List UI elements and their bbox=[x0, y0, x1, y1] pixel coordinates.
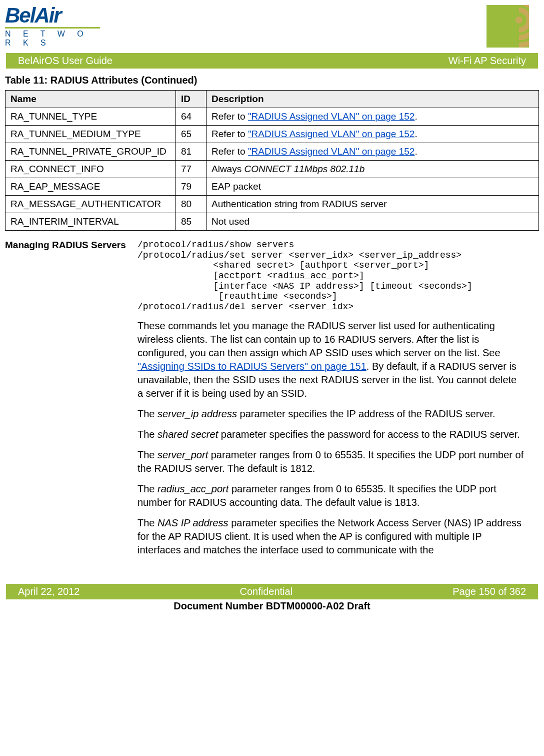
col-header-id: ID bbox=[176, 91, 206, 108]
col-header-name: Name bbox=[6, 91, 176, 108]
footer-page: Page 150 of 362 bbox=[452, 586, 526, 597]
paragraph: The server_ip address parameter specifie… bbox=[138, 407, 524, 421]
page-header: BelAir N E T W O R K S bbox=[0, 0, 544, 50]
table-row: RA_TUNNEL_PRIVATE_GROUP_ID 81 Refer to "… bbox=[6, 143, 539, 161]
corner-wifi-icon bbox=[486, 5, 529, 48]
xref-link[interactable]: "RADIUS Assigned VLAN" on page 152 bbox=[248, 146, 415, 157]
command-syntax: /protocol/radius/show servers /protocol/… bbox=[138, 240, 524, 312]
belair-logo: BelAir N E T W O R K S bbox=[5, 5, 100, 50]
logo-rule bbox=[5, 27, 100, 29]
xref-link[interactable]: "Assigning SSIDs to RADIUS Servers" on p… bbox=[138, 361, 366, 372]
title-ribbon: BelAirOS User Guide Wi-Fi AP Security bbox=[6, 53, 538, 69]
paragraph: The server_port parameter ranges from 0 … bbox=[138, 448, 524, 475]
attr-id: 80 bbox=[176, 196, 206, 213]
attr-desc: Refer to "RADIUS Assigned VLAN" on page … bbox=[206, 108, 539, 126]
attr-desc: Authentication string from RADIUS server bbox=[206, 196, 539, 213]
logo-bottom-text: N E T W O R K S bbox=[5, 30, 100, 48]
attr-id: 85 bbox=[176, 213, 206, 231]
paragraph: The NAS IP address parameter specifies t… bbox=[138, 516, 524, 557]
paragraph: The radius_acc_port parameter ranges fro… bbox=[138, 482, 524, 509]
footer-confidential: Confidential bbox=[240, 586, 293, 597]
radius-attributes-table: Name ID Description RA_TUNNEL_TYPE 64 Re… bbox=[5, 90, 539, 231]
paragraph: The shared secret parameter specifies th… bbox=[138, 428, 524, 441]
attr-name: RA_TUNNEL_TYPE bbox=[6, 108, 176, 126]
attr-desc: Refer to "RADIUS Assigned VLAN" on page … bbox=[206, 126, 539, 143]
guide-title: BelAirOS User Guide bbox=[18, 55, 112, 67]
table-row: RA_EAP_MESSAGE 79 EAP packet bbox=[6, 178, 539, 196]
attr-id: 65 bbox=[176, 126, 206, 143]
attr-id: 77 bbox=[176, 161, 206, 178]
attr-desc: Always CONNECT 11Mbps 802.11b bbox=[206, 161, 539, 178]
col-header-desc: Description bbox=[206, 91, 539, 108]
table-row: RA_INTERIM_INTERVAL 85 Not used bbox=[6, 213, 539, 231]
attr-id: 64 bbox=[176, 108, 206, 126]
table-header-row: Name ID Description bbox=[6, 91, 539, 108]
attr-name: RA_EAP_MESSAGE bbox=[6, 178, 176, 196]
footer-ribbon: April 22, 2012 Confidential Page 150 of … bbox=[6, 584, 538, 599]
attr-id: 81 bbox=[176, 143, 206, 161]
section-title: Wi-Fi AP Security bbox=[448, 55, 526, 67]
attr-desc: EAP packet bbox=[206, 178, 539, 196]
attr-name: RA_CONNECT_INFO bbox=[6, 161, 176, 178]
xref-link[interactable]: "RADIUS Assigned VLAN" on page 152 bbox=[248, 111, 415, 122]
table-row: RA_MESSAGE_AUTHENTICATOR 80 Authenticati… bbox=[6, 196, 539, 213]
table-row: RA_TUNNEL_TYPE 64 Refer to "RADIUS Assig… bbox=[6, 108, 539, 126]
logo-top-text: BelAir bbox=[5, 5, 100, 26]
table-row: RA_TUNNEL_MEDIUM_TYPE 65 Refer to "RADIU… bbox=[6, 126, 539, 143]
table-caption: Table 11: RADIUS Attributes (Continued) bbox=[0, 73, 544, 88]
attr-name: RA_TUNNEL_PRIVATE_GROUP_ID bbox=[6, 143, 176, 161]
paragraph: These commands let you manage the RADIUS… bbox=[138, 319, 524, 400]
body-section: Managing RADIUS Servers /protocol/radius… bbox=[0, 240, 544, 564]
document-number: Document Number BDTM00000-A02 Draft bbox=[0, 599, 544, 617]
footer-date: April 22, 2012 bbox=[18, 586, 80, 597]
attr-desc: Not used bbox=[206, 213, 539, 231]
page-footer: April 22, 2012 Confidential Page 150 of … bbox=[0, 584, 544, 617]
svg-point-0 bbox=[516, 17, 522, 24]
attr-id: 79 bbox=[176, 178, 206, 196]
attr-name: RA_INTERIM_INTERVAL bbox=[6, 213, 176, 231]
section-heading: Managing RADIUS Servers bbox=[5, 240, 138, 564]
attr-desc: Refer to "RADIUS Assigned VLAN" on page … bbox=[206, 143, 539, 161]
attr-name: RA_MESSAGE_AUTHENTICATOR bbox=[6, 196, 176, 213]
section-body: /protocol/radius/show servers /protocol/… bbox=[138, 240, 539, 564]
table-row: RA_CONNECT_INFO 77 Always CONNECT 11Mbps… bbox=[6, 161, 539, 178]
xref-link[interactable]: "RADIUS Assigned VLAN" on page 152 bbox=[248, 129, 415, 139]
attr-name: RA_TUNNEL_MEDIUM_TYPE bbox=[6, 126, 176, 143]
